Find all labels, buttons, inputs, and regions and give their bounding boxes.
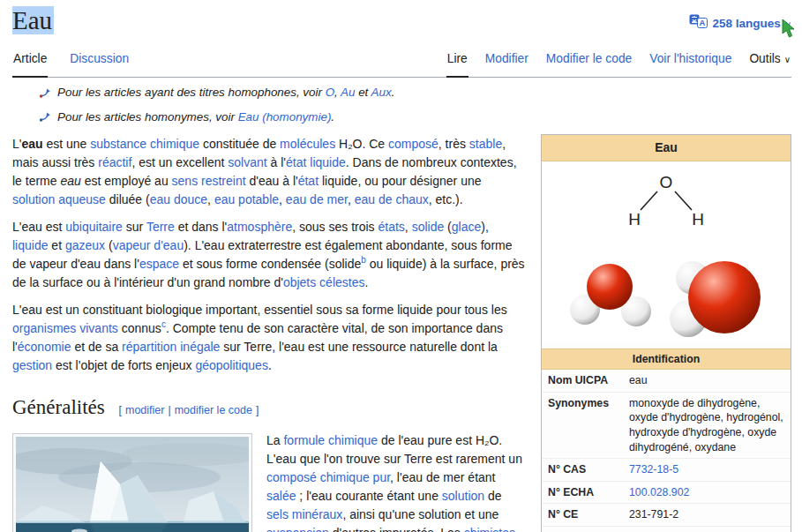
text-run: sur: [123, 220, 146, 234]
wiki-link[interactable]: solution: [442, 489, 484, 503]
wiki-link[interactable]: eau de chaux: [355, 192, 429, 206]
wiki-link[interactable]: eau douce: [150, 192, 207, 206]
wiki-link[interactable]: eau de mer: [286, 192, 348, 206]
wiki-link[interactable]: glace: [452, 220, 481, 234]
wiki-link[interactable]: état: [298, 174, 319, 188]
text-run: et: [355, 86, 371, 99]
svg-text:H: H: [692, 210, 704, 229]
wiki-link[interactable]: espace: [139, 257, 179, 271]
wiki-link[interactable]: suspension: [266, 526, 329, 532]
text-run: de: [484, 489, 501, 503]
tab-voir-historique[interactable]: Voir l'historique: [648, 47, 732, 78]
text-run: (: [444, 220, 452, 234]
wiki-link[interactable]: vapeur d'eau: [113, 238, 184, 252]
text-run: , est un excellent: [131, 155, 228, 169]
wiki-link[interactable]: Terre: [146, 220, 175, 234]
infobox-title: Eau: [542, 135, 791, 161]
language-selector-button[interactable]: A 258 langues ∨: [689, 14, 791, 34]
text-run: ),: [481, 220, 489, 234]
wiki-link[interactable]: atmosphère: [227, 220, 292, 234]
text-run: et de sa: [71, 340, 123, 354]
wiki-link[interactable]: gazeux: [65, 238, 105, 252]
row-label: N° CE: [542, 504, 623, 527]
wiki-link[interactable]: répartition inégale: [122, 340, 220, 354]
tab-modifier-le-code[interactable]: Modifier le code: [545, 47, 633, 78]
edit-section-code-link[interactable]: modifier le code: [175, 404, 252, 416]
molecule-models-image: [542, 237, 791, 343]
wiki-link[interactable]: chimistes: [464, 526, 515, 532]
article-header: Eau A 258 langues ∨ Article Discussion: [12, 5, 791, 78]
wiki-link[interactable]: substance chimique: [90, 137, 199, 151]
tools-label: Outils: [749, 50, 780, 69]
wiki-link[interactable]: sels minéraux: [266, 507, 342, 521]
text-run: constituée de: [199, 137, 280, 151]
table-row: Nom UICPA eau: [542, 370, 791, 392]
wiki-link[interactable]: composé chimique pur: [266, 470, 390, 484]
text-run: , sous ses trois: [292, 220, 378, 234]
wiki-link[interactable]: géopolitiques: [195, 358, 268, 372]
wiki-link[interactable]: molécules: [280, 137, 335, 151]
tools-menu-button[interactable]: Outils ∨: [748, 47, 791, 78]
wiki-link[interactable]: objets célestes: [283, 275, 365, 289]
wiki-link[interactable]: économie: [18, 340, 71, 354]
echa-number-link[interactable]: 100.028.902: [629, 486, 689, 498]
text-run: est employé au: [81, 174, 172, 188]
text-run: L': [12, 137, 21, 151]
wiki-link[interactable]: liquide: [12, 238, 48, 252]
wiki-link[interactable]: solide: [412, 220, 445, 234]
wiki-link[interactable]: organismes vivants: [12, 321, 118, 335]
wiki-link[interactable]: Au: [341, 86, 355, 99]
text-run: ,: [207, 192, 214, 206]
wiki-link[interactable]: stable: [469, 137, 502, 151]
namespace-tabs: Article Discussion: [12, 47, 151, 78]
wiki-link[interactable]: états: [378, 220, 404, 234]
svg-text:O: O: [660, 173, 673, 191]
wiki-link[interactable]: Aux: [371, 86, 392, 99]
text-run: La: [266, 433, 283, 447]
row-label: N° ECHA: [542, 481, 623, 504]
row-value: 231-791-2: [623, 504, 791, 527]
homophones-icon: [39, 87, 51, 99]
wiki-link[interactable]: eau potable: [214, 192, 279, 206]
wiki-link[interactable]: composé: [388, 137, 438, 151]
bracket: [: [118, 404, 121, 416]
hatnote-homonymie: Pour les articles homonymes, voir Eau (h…: [39, 109, 791, 126]
row-value: monoxyde de dihydrogène, oxyde d'hydrogè…: [623, 392, 791, 458]
wiki-link[interactable]: Eau (homonymie): [238, 110, 332, 124]
row-label: Nom UICPA: [542, 370, 623, 392]
edit-section: [modifier|modifier le code]: [118, 404, 259, 416]
tab-article[interactable]: Article: [12, 47, 48, 79]
wiki-link[interactable]: solution aqueuse: [12, 192, 106, 206]
wiki-link[interactable]: gestion: [12, 358, 52, 372]
wiki-link[interactable]: solvant: [228, 155, 266, 169]
text-run: , ainsi qu'une solution et une: [342, 507, 498, 521]
text-run: , l'eau de mer étant: [390, 470, 495, 484]
view-tabs: Lire Modifier Modifier le code Voir l'hi…: [431, 47, 791, 78]
wiki-link[interactable]: réactif: [98, 155, 131, 169]
cas-number-link[interactable]: 7732-18-5: [629, 463, 678, 476]
infobox-section-identification: Identification: [542, 348, 791, 371]
text-run: Pour les articles homonymes, voir: [57, 110, 238, 124]
article-body: Pour les articles ayant des titres homop…: [12, 84, 791, 532]
svg-text:A: A: [700, 18, 706, 27]
iceberg-image[interactable]: [12, 433, 252, 532]
intro-paragraph-3: L'eau est un constituant biologique impo…: [12, 301, 542, 375]
wiki-link[interactable]: O: [326, 86, 334, 99]
identification-table: Nom UICPA eau Synonymes monoxyde de dihy…: [542, 370, 791, 532]
tab-lire[interactable]: Lire: [446, 47, 468, 79]
text-run: d'autres impuretés. Les: [329, 526, 464, 532]
wiki-link[interactable]: formule chimique: [283, 433, 378, 447]
text-run: diluée (: [106, 192, 150, 206]
wiki-link[interactable]: état liquide: [286, 155, 346, 169]
wikipedia-article-page: Eau A 258 langues ∨ Article Discussion: [0, 0, 802, 532]
separator: |: [168, 404, 170, 416]
tab-discussion[interactable]: Discussion: [69, 47, 130, 78]
edit-section-link[interactable]: modifier: [125, 404, 164, 416]
text-run: à l': [267, 155, 286, 169]
wiki-link[interactable]: ubiquitaire: [65, 220, 123, 234]
row-label: Synonymes: [542, 392, 623, 458]
wiki-link[interactable]: sens restreint: [172, 174, 246, 188]
tab-modifier[interactable]: Modifier: [484, 47, 529, 78]
text-run: eau: [21, 137, 42, 151]
wiki-link[interactable]: salée: [266, 489, 296, 503]
